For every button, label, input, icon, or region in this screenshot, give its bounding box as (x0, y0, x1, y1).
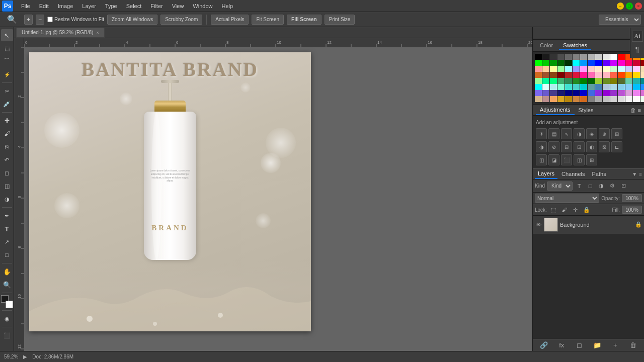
swatch-3-3[interactable] (557, 72, 565, 78)
swatch-4-3[interactable] (557, 78, 565, 84)
swatch-3-13[interactable] (633, 72, 640, 78)
lock-transparent-btn[interactable]: ⬚ (549, 205, 558, 214)
swatch-0-11[interactable] (618, 54, 625, 60)
swatch-7-9[interactable] (603, 96, 610, 102)
invert-adj[interactable]: ◐ (586, 141, 597, 152)
menu-image[interactable]: Image (54, 2, 77, 10)
delete-layer-btn[interactable]: 🗑 (628, 341, 637, 350)
color-balance-adj[interactable]: ⊞ (611, 128, 622, 139)
paths-tab[interactable]: Paths (589, 169, 609, 179)
gradient-map-adj[interactable]: ◫ (536, 154, 547, 165)
menu-edit[interactable]: Edit (35, 2, 53, 10)
adj-menu-icon[interactable]: ≡ (638, 107, 641, 113)
clone-stamp-tool[interactable]: ⎘ (1, 141, 13, 153)
resize-windows-checkbox[interactable]: Resize Windows to Fit (47, 17, 104, 22)
scrubby-zoom-button[interactable]: Scrubby Zoom (160, 15, 202, 25)
canvas-scroll-area[interactable]: BANTITA BRAND Lorem ipsum d (24, 47, 532, 351)
lock-pixels-btn[interactable]: 🖌 (560, 205, 569, 214)
swatch-1-9[interactable] (603, 60, 610, 66)
swatch-3-2[interactable] (550, 72, 557, 78)
dodge-tool[interactable]: ◑ (1, 193, 13, 205)
swatch-0-2[interactable] (550, 54, 557, 60)
swatch-6-13[interactable] (633, 90, 640, 96)
eyedropper-tool[interactable]: 💉 (1, 98, 13, 110)
swatch-3-9[interactable] (603, 72, 610, 78)
swatch-4-7[interactable] (588, 78, 595, 84)
swatch-7-11[interactable] (618, 96, 625, 102)
swatch-5-10[interactable] (610, 84, 617, 90)
new-group-btn[interactable]: 📁 (593, 341, 602, 350)
swatch-1-11[interactable] (618, 60, 625, 66)
filter-type-icon[interactable]: T (575, 182, 584, 191)
swatch-4-8[interactable] (595, 78, 602, 84)
swatch-7-14[interactable] (640, 96, 644, 102)
swatch-2-12[interactable] (625, 66, 632, 72)
swatch-1-6[interactable] (580, 60, 587, 66)
swatch-3-11[interactable] (618, 72, 625, 78)
brightness-adj[interactable]: ☀ (536, 128, 547, 139)
swatch-4-14[interactable] (640, 78, 644, 84)
healing-tool[interactable]: ✚ (1, 115, 13, 127)
layers-tab[interactable]: Layers (535, 169, 557, 179)
swatch-1-13[interactable] (633, 60, 640, 66)
fill-screen-button[interactable]: Fill Screen (287, 15, 321, 25)
layer-background[interactable]: 👁 Background 🔒 (533, 216, 644, 234)
adj-trash-icon[interactable]: 🗑 (630, 107, 636, 113)
layers-panel-menu[interactable]: ≡ (639, 171, 642, 177)
swatch-7-3[interactable] (557, 96, 565, 102)
swatch-0-9[interactable] (603, 54, 610, 60)
swatch-1-4[interactable] (565, 60, 572, 66)
gradient-fill-adj[interactable]: ◫ (574, 154, 585, 165)
swatch-3-6[interactable] (580, 72, 587, 78)
zoom-all-windows-button[interactable]: Zoom All Windows (107, 15, 157, 25)
swatch-7-10[interactable] (610, 96, 617, 102)
pen-tool[interactable]: ✒ (1, 210, 13, 222)
swatch-5-5[interactable] (573, 84, 580, 90)
selective-color-adj[interactable]: ◪ (548, 154, 559, 165)
swatch-7-4[interactable] (565, 96, 572, 102)
hsl-adj[interactable]: ⊕ (599, 128, 610, 139)
menu-select[interactable]: Select (122, 2, 146, 10)
filter-select[interactable]: Kind (547, 182, 573, 191)
swatch-0-8[interactable] (595, 54, 602, 60)
swatch-3-8[interactable] (595, 72, 602, 78)
zoom-in-button[interactable]: + (24, 15, 33, 25)
filter-smart-icon[interactable]: ⚙ (608, 182, 617, 191)
swatch-7-2[interactable] (550, 96, 557, 102)
hand-tool[interactable]: ✋ (1, 265, 13, 278)
swatch-1-1[interactable] (542, 60, 549, 66)
swatch-1-7[interactable] (588, 60, 595, 66)
swatch-7-7[interactable] (588, 96, 595, 102)
swatch-3-7[interactable] (588, 72, 595, 78)
curves-adj[interactable]: ∿ (561, 128, 572, 139)
paragraph-icon[interactable]: ¶ (632, 44, 643, 55)
swatch-1-2[interactable] (550, 60, 557, 66)
solid-color-adj[interactable]: ⬛ (561, 154, 572, 165)
swatch-6-4[interactable] (565, 90, 572, 96)
quick-select-tool[interactable]: ⚡ (1, 68, 13, 80)
swatch-1-14[interactable] (640, 60, 644, 66)
swatch-4-1[interactable] (542, 78, 549, 84)
swatch-0-7[interactable] (588, 54, 595, 60)
swatch-0-10[interactable] (610, 54, 617, 60)
swatch-5-1[interactable] (542, 84, 549, 90)
swatch-2-11[interactable] (618, 66, 625, 72)
swatch-7-6[interactable] (580, 96, 587, 102)
swatch-2-14[interactable] (640, 66, 644, 72)
move-tool[interactable]: ↖ (1, 29, 13, 41)
blend-mode-select[interactable]: Normal (535, 194, 599, 203)
gradient-tool[interactable]: ◫ (1, 180, 13, 192)
swatch-4-11[interactable] (618, 78, 625, 84)
swatch-6-10[interactable] (610, 90, 617, 96)
actual-pixels-button[interactable]: Actual Pixels (211, 15, 249, 25)
swatch-2-9[interactable] (603, 66, 610, 72)
adjustments-tab[interactable]: Adjustments (536, 105, 575, 115)
swatches-tab[interactable]: Swatches (559, 41, 591, 50)
swatch-3-1[interactable] (542, 72, 549, 78)
swatch-4-5[interactable] (573, 78, 580, 84)
swatch-1-12[interactable] (625, 60, 632, 66)
swatch-0-5[interactable] (573, 54, 580, 60)
swatch-6-2[interactable] (550, 90, 557, 96)
photo-filter-adj[interactable]: ⊘ (548, 141, 559, 152)
channels-tab[interactable]: Channels (558, 169, 588, 179)
